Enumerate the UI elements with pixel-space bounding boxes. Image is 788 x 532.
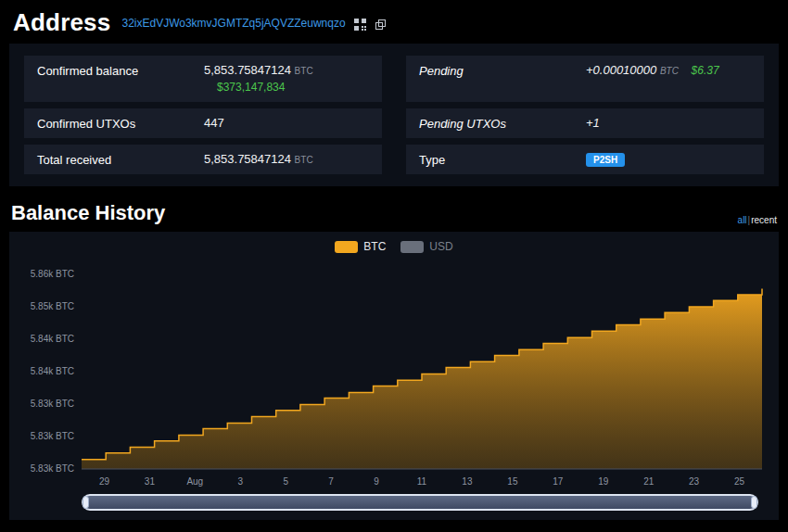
range-all-link[interactable]: all [738,215,747,225]
row-confirmed-utxos: Confirmed UTXOs 447 [24,108,382,138]
x-tick-label: 9 [374,476,379,487]
y-tick-label: 5.85k BTC [31,301,74,311]
balance-history-title: Balance History [11,201,165,225]
usd-legend-swatch [400,241,424,253]
balance-history-card: BTC USD 5.86k BTC5.85k BTC5.84k BTC5.84k… [9,232,779,520]
range-separator: | [748,215,751,225]
y-tick-label: 5.83k BTC [31,463,74,474]
balance-history-chart[interactable]: 5.86k BTC5.85k BTC5.84k BTC5.84k BTC5.83… [9,256,779,489]
row-label: Total received [37,152,204,167]
datazoom-slider[interactable] [82,494,758,511]
x-tick-label: 29 [99,476,110,487]
row-total-received: Total received 5,853.75847124 BTC [24,145,382,174]
page-header: Address 32ixEdVJWo3kmvJGMTZq5jAQVZZeuwnq… [0,0,788,44]
btc-unit: BTC [295,66,313,76]
x-tick-label: 25 [734,476,745,487]
confirmed-utxos-value: 447 [204,116,224,130]
datazoom-right-handle[interactable] [751,496,757,509]
btc-unit: BTC [295,155,313,165]
x-tick-label: 7 [328,476,334,487]
row-label: Pending UTXOs [419,116,586,131]
confirmed-balance-fiat: $373,147,834 [217,81,369,94]
y-tick-label: 5.83k BTC [31,399,74,409]
x-tick-label: 3 [238,476,244,487]
pending-utxos-value: +1 [586,116,600,130]
btc-unit: BTC [660,66,679,76]
chart-legend: BTC USD [9,237,779,256]
y-tick-label: 5.84k BTC [31,334,74,344]
copy-icon[interactable] [375,19,387,31]
y-tick-label: 5.84k BTC [31,366,74,376]
x-tick-label: 15 [507,476,518,487]
range-recent-link[interactable]: recent [751,215,777,225]
datazoom-left-handle[interactable] [83,496,89,509]
row-label: Type [419,152,586,167]
address-link[interactable]: 32ixEdVJWo3kmvJGMTZq5jAQVZZeuwnqzo [121,17,345,30]
x-tick-label: 19 [598,476,609,487]
row-label: Pending [419,63,586,78]
address-summary-card: Confirmed balance 5,853.75847124 BTC $37… [9,44,779,186]
x-tick-label: 13 [462,476,473,487]
btc-legend-swatch [335,241,358,253]
x-tick-label: 23 [689,476,700,487]
legend-label-btc: BTC [363,240,386,253]
row-label: Confirmed UTXOs [37,116,204,131]
pending-value: +0.00010000 [586,63,656,77]
row-type: Type P2SH [406,145,764,174]
total-received-value: 5,853.75847124 [204,152,291,166]
legend-label-usd: USD [429,240,452,253]
y-tick-label: 5.86k BTC [31,269,74,279]
x-tick-label: 21 [643,476,655,487]
qr-code-icon[interactable] [354,19,366,31]
range-links: all|recent [738,215,777,225]
confirmed-balance-value: 5,853.75847124 [204,63,291,77]
x-tick-label: 5 [283,476,288,487]
y-tick-label: 5.83k BTC [31,431,74,441]
row-pending: Pending +0.00010000 BTC $6.37 [406,56,764,102]
legend-item-usd[interactable]: USD [400,240,452,253]
type-badge: P2SH [586,153,625,167]
page-title: Address [13,8,110,37]
x-tick-label: Aug [186,476,203,487]
balance-history-header: Balance History all|recent [11,201,777,225]
row-confirmed-balance: Confirmed balance 5,853.75847124 BTC $37… [24,56,382,102]
legend-item-btc[interactable]: BTC [335,240,386,253]
x-tick-label: 11 [417,476,427,487]
address-page: Address 32ixEdVJWo3kmvJGMTZq5jAQVZZeuwnq… [0,0,788,520]
row-label: Confirmed balance [37,63,204,78]
pending-fiat: $6.37 [692,64,719,77]
x-tick-label: 31 [145,476,156,487]
row-pending-utxos: Pending UTXOs +1 [406,108,764,138]
x-tick-label: 17 [553,476,564,487]
